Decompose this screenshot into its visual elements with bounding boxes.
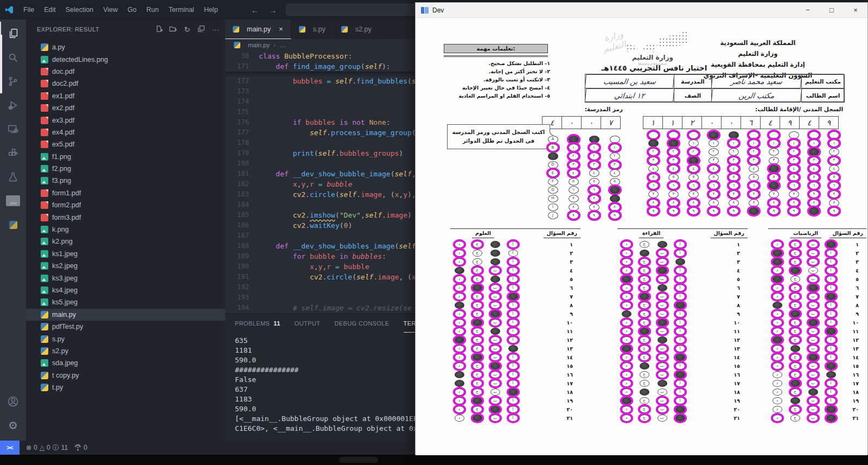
bubble[interactable]: أ bbox=[675, 336, 685, 343]
bubble[interactable]: ٧ bbox=[569, 195, 579, 202]
file-row[interactable]: ex4.pdf bbox=[26, 126, 225, 138]
file-row[interactable]: pdfTest.py bbox=[26, 321, 225, 333]
bubble[interactable]: ٢ bbox=[789, 148, 799, 156]
bubble[interactable]: ٥ bbox=[589, 178, 599, 186]
bubble[interactable]: ١ bbox=[610, 144, 620, 151]
bubble[interactable]: أ bbox=[508, 258, 518, 265]
panel-tab-debug-console[interactable]: DEBUG CONSOLE bbox=[334, 314, 389, 333]
bubble[interactable]: أ bbox=[826, 258, 836, 265]
bubble[interactable]: ج bbox=[790, 380, 800, 387]
bubble[interactable]: A bbox=[548, 136, 558, 143]
close-icon[interactable]: × bbox=[844, 3, 867, 18]
bubble[interactable]: ب bbox=[490, 276, 500, 283]
bubble[interactable]: ج bbox=[640, 415, 649, 422]
bubble[interactable]: د bbox=[455, 241, 464, 248]
file-row[interactable]: form2.pdf bbox=[26, 199, 225, 211]
bubble[interactable]: أ bbox=[508, 250, 518, 257]
remote-indicator[interactable]: >< bbox=[0, 441, 20, 455]
file-row[interactable]: t.py bbox=[26, 381, 225, 393]
bubble[interactable]: ٢ bbox=[569, 152, 579, 160]
bubble[interactable]: ٧ bbox=[829, 190, 839, 198]
bubble[interactable]: ج bbox=[473, 276, 482, 283]
bubble[interactable]: ج bbox=[473, 319, 482, 326]
menu-item-help[interactable]: Help bbox=[199, 6, 223, 14]
menu-item-edit[interactable]: Edit bbox=[39, 6, 61, 14]
bubble[interactable]: د bbox=[455, 415, 464, 422]
bubble[interactable]: ٨ bbox=[729, 199, 739, 207]
bubble[interactable]: د bbox=[455, 319, 464, 326]
menu-item-selection[interactable]: Selection bbox=[61, 6, 98, 14]
file-row[interactable]: a.py bbox=[26, 41, 225, 53]
file-row[interactable]: form1.pdf bbox=[26, 187, 225, 199]
bubble[interactable]: ٢ bbox=[749, 148, 759, 156]
bubble[interactable]: د bbox=[773, 284, 782, 291]
bubble[interactable]: ١ bbox=[769, 139, 779, 147]
bubble[interactable]: د bbox=[455, 388, 464, 396]
bubble[interactable]: ١ bbox=[789, 139, 799, 147]
bubble[interactable]: ب bbox=[808, 345, 818, 352]
bubble[interactable]: أ bbox=[508, 345, 518, 352]
bubble[interactable]: أ bbox=[675, 310, 685, 317]
bubble[interactable]: ٥ bbox=[789, 174, 799, 181]
bubble[interactable]: د bbox=[773, 241, 782, 248]
bubble[interactable]: ٧ bbox=[709, 190, 719, 198]
bubble[interactable]: ٣ bbox=[610, 161, 620, 169]
bubble[interactable]: ج bbox=[640, 397, 649, 404]
bubble[interactable]: أ bbox=[508, 336, 518, 343]
bubble[interactable]: أ bbox=[826, 276, 836, 283]
bubble[interactable]: ب bbox=[808, 319, 818, 326]
bubble[interactable]: أ bbox=[508, 362, 518, 370]
bubble[interactable]: د bbox=[622, 345, 631, 352]
bubble[interactable]: ب bbox=[490, 267, 500, 274]
file-row[interactable]: f1.png bbox=[26, 151, 225, 163]
bubble[interactable]: ب bbox=[808, 362, 818, 370]
bubble[interactable]: ٣ bbox=[789, 157, 799, 164]
bubble[interactable]: أ bbox=[508, 293, 518, 300]
bubble[interactable]: ب bbox=[490, 284, 500, 291]
bubble[interactable]: ٨ bbox=[589, 203, 599, 211]
bubble[interactable]: ج bbox=[790, 310, 800, 317]
bubble[interactable]: ١ bbox=[589, 144, 599, 151]
bubble[interactable]: ج bbox=[473, 258, 482, 265]
ports-status[interactable]: 0 bbox=[74, 444, 87, 451]
bubble[interactable]: ٣ bbox=[829, 157, 839, 164]
bubble[interactable]: د bbox=[455, 258, 464, 265]
bubble[interactable]: ٥ bbox=[648, 174, 659, 181]
bubble[interactable]: ج bbox=[473, 310, 482, 317]
bubble[interactable]: ٠ bbox=[668, 131, 679, 139]
bubble[interactable]: د bbox=[622, 397, 631, 404]
bubble[interactable]: ب bbox=[490, 371, 500, 378]
bubble[interactable]: ب bbox=[490, 250, 500, 257]
bubble[interactable]: أ bbox=[508, 328, 518, 335]
bubble[interactable]: د bbox=[455, 354, 464, 361]
bubble[interactable]: د bbox=[622, 284, 631, 291]
bubble[interactable]: ب bbox=[658, 354, 667, 361]
bubble[interactable]: ٩ bbox=[709, 207, 719, 215]
bubble[interactable]: ب bbox=[808, 406, 818, 413]
bubble[interactable]: ب bbox=[658, 267, 667, 274]
bubble[interactable]: ٦ bbox=[589, 186, 599, 194]
bubble[interactable]: ١ bbox=[688, 139, 699, 147]
file-row[interactable]: ks3.jpeg bbox=[26, 272, 225, 284]
bubble[interactable]: د bbox=[455, 371, 464, 378]
bubble[interactable]: ٩ bbox=[729, 207, 739, 215]
bubble[interactable]: ٠ bbox=[648, 131, 659, 139]
bubble[interactable]: ج bbox=[473, 328, 482, 335]
bubble[interactable]: د bbox=[622, 293, 631, 300]
bubble[interactable]: ٧ bbox=[749, 190, 759, 198]
bubble[interactable]: د bbox=[455, 380, 464, 387]
bubble[interactable]: د bbox=[455, 336, 464, 343]
bubble[interactable]: ٤ bbox=[610, 169, 620, 177]
bubble[interactable]: ج bbox=[473, 406, 482, 413]
bubble[interactable]: ٨ bbox=[569, 203, 579, 211]
bubble[interactable]: ٦ bbox=[769, 182, 779, 189]
bubble[interactable]: ج bbox=[790, 362, 800, 370]
bubble[interactable]: أ bbox=[826, 354, 836, 361]
problems-status[interactable]: ⊗0 △0 ⓘ11 bbox=[26, 443, 68, 453]
bubble[interactable]: ٢ bbox=[829, 148, 839, 156]
bubble[interactable]: ٤ bbox=[809, 165, 819, 173]
bubble[interactable]: ٨ bbox=[610, 203, 620, 211]
bubble[interactable]: أ bbox=[826, 267, 836, 274]
bubble[interactable]: F bbox=[548, 178, 558, 186]
bubble[interactable]: أ bbox=[508, 267, 518, 274]
